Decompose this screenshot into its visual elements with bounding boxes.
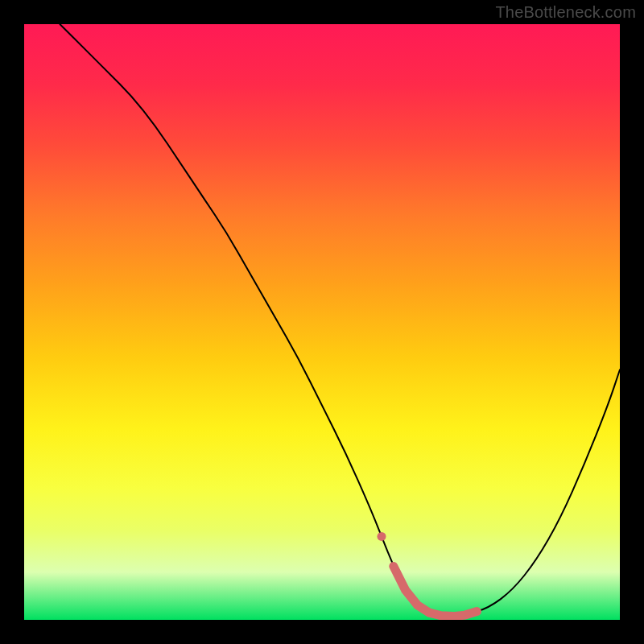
plot-area — [24, 24, 620, 620]
chart-svg — [24, 24, 620, 620]
chart-stage: TheBottleneck.com — [0, 0, 644, 644]
bottleneck-curve — [60, 24, 620, 616]
watermark-text: TheBottleneck.com — [495, 3, 636, 22]
highlight-group — [378, 532, 477, 617]
highlight-segment — [394, 566, 477, 616]
highlight-dot — [378, 532, 386, 541]
